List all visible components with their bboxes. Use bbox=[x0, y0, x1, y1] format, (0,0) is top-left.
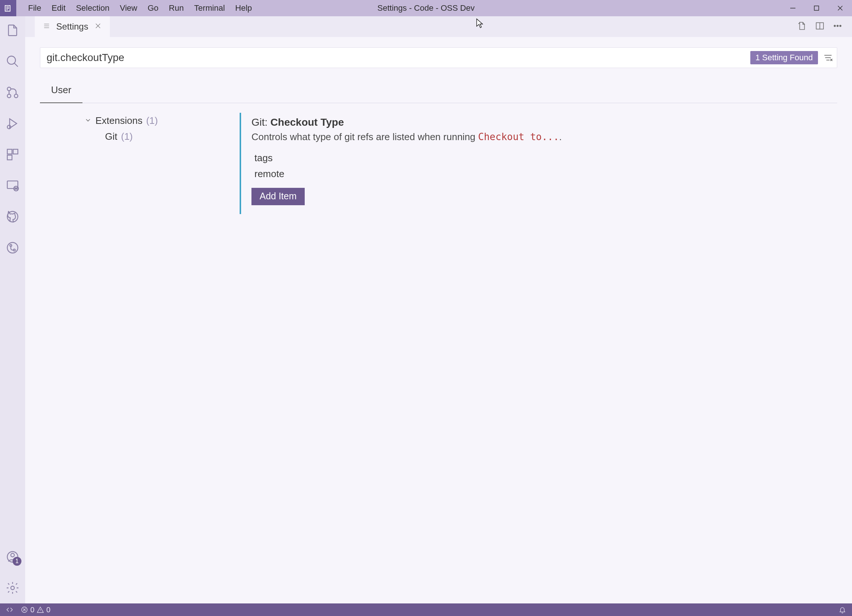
settings-found-badge: 1 Setting Found bbox=[750, 51, 818, 64]
svg-point-33 bbox=[840, 25, 841, 27]
setting-list-items: tags remote bbox=[251, 150, 815, 182]
minimize-button[interactable] bbox=[781, 0, 805, 16]
setting-desc-before: Controls what type of git refs are liste… bbox=[251, 131, 478, 142]
svg-line-5 bbox=[14, 63, 18, 67]
tab-label: Settings bbox=[56, 21, 88, 32]
scope-tab-user[interactable]: User bbox=[40, 81, 83, 103]
svg-point-20 bbox=[13, 249, 15, 251]
svg-point-32 bbox=[837, 25, 838, 27]
accounts-badge: 1 bbox=[12, 557, 21, 566]
more-actions-icon[interactable] bbox=[833, 21, 842, 32]
menu-bar: File Edit Selection View Go Run Terminal… bbox=[16, 0, 257, 16]
svg-rect-12 bbox=[8, 155, 12, 160]
explorer-icon[interactable] bbox=[5, 23, 20, 38]
window-title: Settings - Code - OSS Dev bbox=[378, 3, 475, 13]
svg-point-8 bbox=[8, 94, 11, 98]
tab-settings[interactable]: Settings bbox=[35, 16, 110, 37]
setting-description: Controls what type of git refs are liste… bbox=[251, 131, 815, 143]
settings-body: 1 Setting Found User Extensions (1) bbox=[25, 37, 852, 604]
git-graph-icon[interactable] bbox=[5, 240, 20, 255]
status-bar: 0 0 bbox=[0, 604, 852, 616]
setting-desc-code: Checkout to... bbox=[478, 131, 559, 142]
main-layout: 1 Settings bbox=[0, 16, 852, 604]
activity-bar: 1 bbox=[0, 16, 25, 604]
svg-rect-1 bbox=[814, 6, 819, 11]
svg-point-7 bbox=[14, 94, 18, 98]
add-item-button[interactable]: Add Item bbox=[251, 188, 305, 205]
app-logo-icon bbox=[0, 0, 16, 16]
warning-icon bbox=[36, 606, 44, 613]
settings-list-icon bbox=[43, 21, 50, 32]
svg-point-23 bbox=[11, 586, 14, 590]
svg-rect-11 bbox=[13, 149, 18, 154]
setting-desc-after: . bbox=[559, 131, 562, 142]
setting-title-name: Checkout Type bbox=[270, 116, 344, 128]
settings-toc: Extensions (1) Git (1) bbox=[40, 113, 240, 214]
remote-explorer-icon[interactable] bbox=[5, 178, 20, 193]
svg-point-18 bbox=[8, 243, 18, 253]
status-notifications-icon[interactable] bbox=[835, 606, 850, 613]
editor-tab-bar: Settings bbox=[25, 16, 852, 37]
github-icon[interactable] bbox=[5, 209, 20, 224]
status-remote-icon[interactable] bbox=[2, 606, 17, 613]
svg-point-9 bbox=[8, 125, 11, 129]
chevron-down-icon bbox=[84, 115, 92, 127]
accounts-icon[interactable]: 1 bbox=[5, 550, 20, 564]
extensions-icon[interactable] bbox=[5, 147, 20, 162]
svg-point-6 bbox=[8, 87, 11, 91]
menu-edit[interactable]: Edit bbox=[46, 0, 71, 16]
setting-panel: Git: Checkout Type Controls what type of… bbox=[240, 113, 837, 214]
svg-rect-13 bbox=[8, 181, 18, 189]
settings-search-row: 1 Setting Found bbox=[40, 47, 837, 68]
toc-extensions-label: Extensions bbox=[95, 115, 142, 127]
search-icon[interactable] bbox=[5, 54, 20, 69]
svg-point-31 bbox=[834, 25, 835, 27]
setting-title-prefix: Git: bbox=[251, 116, 270, 128]
settings-columns: Extensions (1) Git (1) Git: Checkout Typ… bbox=[40, 113, 837, 214]
tab-close-icon[interactable] bbox=[94, 21, 102, 32]
svg-point-22 bbox=[11, 554, 14, 557]
close-button[interactable] bbox=[828, 0, 852, 16]
svg-point-4 bbox=[8, 56, 15, 64]
list-item[interactable]: remote bbox=[254, 166, 815, 182]
menu-view[interactable]: View bbox=[115, 0, 142, 16]
menu-terminal[interactable]: Terminal bbox=[189, 0, 230, 16]
menu-file[interactable]: File bbox=[23, 0, 46, 16]
editor-actions bbox=[797, 21, 852, 32]
toc-git-label: Git bbox=[105, 131, 117, 142]
menu-go[interactable]: Go bbox=[142, 0, 163, 16]
svg-point-19 bbox=[10, 245, 12, 246]
manage-gear-icon[interactable] bbox=[5, 580, 20, 595]
status-problems[interactable]: 0 0 bbox=[17, 605, 54, 614]
editor-area: Settings 1 Setting Found bbox=[25, 16, 852, 604]
run-debug-icon[interactable] bbox=[5, 116, 20, 131]
toc-git[interactable]: Git (1) bbox=[84, 129, 240, 145]
split-editor-icon[interactable] bbox=[815, 21, 825, 32]
status-warnings-count: 0 bbox=[46, 605, 50, 614]
list-item[interactable]: tags bbox=[254, 150, 815, 166]
open-settings-json-icon[interactable] bbox=[797, 21, 807, 32]
settings-scope-row: User bbox=[40, 81, 837, 103]
settings-search-input[interactable] bbox=[44, 52, 746, 63]
clear-search-icon[interactable] bbox=[822, 52, 834, 63]
source-control-icon[interactable] bbox=[5, 85, 20, 100]
status-errors-count: 0 bbox=[30, 605, 35, 614]
title-bar: File Edit Selection View Go Run Terminal… bbox=[0, 0, 852, 16]
menu-selection[interactable]: Selection bbox=[71, 0, 115, 16]
toc-extensions-count: (1) bbox=[146, 115, 158, 127]
maximize-button[interactable] bbox=[805, 0, 828, 16]
setting-git-checkout-type: Git: Checkout Type Controls what type of… bbox=[240, 113, 815, 214]
toc-extensions[interactable]: Extensions (1) bbox=[84, 113, 240, 129]
toc-git-count: (1) bbox=[121, 131, 133, 142]
svg-rect-10 bbox=[8, 149, 12, 154]
menu-help[interactable]: Help bbox=[230, 0, 257, 16]
error-icon bbox=[21, 606, 28, 613]
window-controls bbox=[781, 0, 852, 16]
setting-title: Git: Checkout Type bbox=[251, 116, 815, 128]
menu-run[interactable]: Run bbox=[164, 0, 189, 16]
